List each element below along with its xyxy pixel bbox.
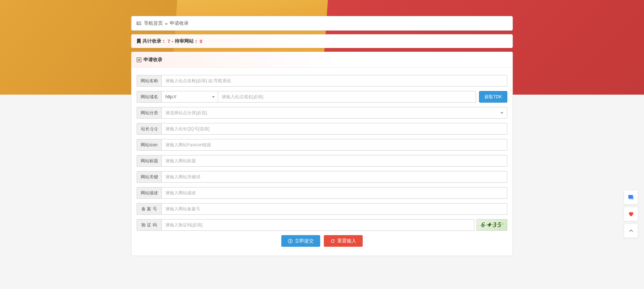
feedback-button[interactable] <box>624 190 638 205</box>
domain-input[interactable] <box>218 91 476 103</box>
plus-square-icon <box>137 58 141 62</box>
label-captcha: 验 证 码 <box>137 219 161 231</box>
description-input[interactable] <box>161 187 507 199</box>
stats-pending-label: 待审网站： <box>175 38 198 44</box>
category-select[interactable]: 请选择站点分类[必选] <box>161 107 507 119</box>
label-category: 网站分类 <box>137 107 161 119</box>
breadcrumb-current: 申请收录 <box>170 20 189 27</box>
stats-total-label: 共计收录： <box>142 38 166 44</box>
breadcrumb-separator: » <box>165 21 168 26</box>
stats-total-value: 7 <box>168 39 170 44</box>
reset-button[interactable]: 重置输入 <box>324 235 363 247</box>
submit-button[interactable]: 立即提交 <box>281 235 320 247</box>
submit-label: 立即提交 <box>295 238 314 244</box>
keywords-input[interactable] <box>161 171 507 183</box>
caret-down-icon <box>212 96 215 98</box>
stats-bar: 共计收录： 7 - 待审网站： 0 <box>131 34 513 48</box>
breadcrumb-home-link[interactable]: 导航首页 <box>144 20 163 27</box>
label-keywords: 网站关键 <box>137 171 161 183</box>
protocol-select[interactable]: http:// <box>161 91 218 103</box>
label-domain: 网站域名 <box>137 91 161 103</box>
scroll-top-button[interactable] <box>624 223 638 238</box>
form-panel: 申请收录 网站名称 网站域名 http:// 获取TDK 网站分类 请选择站点分… <box>131 52 513 256</box>
nav-icon <box>137 21 142 26</box>
qq-input[interactable] <box>161 123 507 135</box>
side-toolbar <box>624 190 638 238</box>
get-tdk-button[interactable]: 获取TDK <box>479 91 507 103</box>
label-title: 网站标题 <box>137 155 161 167</box>
reset-label: 重置输入 <box>337 238 356 244</box>
site-name-input[interactable] <box>161 75 507 87</box>
beian-input[interactable] <box>161 203 507 215</box>
chevron-up-icon <box>628 228 634 234</box>
stats-pending-value: 0 <box>200 39 202 44</box>
bookmark-icon <box>137 39 141 44</box>
favorite-button[interactable] <box>624 207 638 221</box>
label-description: 网站描述 <box>137 187 161 199</box>
label-beian: 备 案 号 <box>137 203 161 215</box>
label-icon: 网站icon <box>137 139 161 151</box>
icon-input[interactable] <box>161 139 507 151</box>
stats-separator: - <box>172 39 173 44</box>
label-qq: 站长ＱＱ <box>137 123 161 135</box>
label-site-name: 网站名称 <box>137 75 161 87</box>
caret-down-icon <box>500 112 503 114</box>
heart-icon <box>628 211 634 217</box>
breadcrumb: 导航首页 » 申请收录 <box>131 16 513 31</box>
svg-rect-0 <box>137 21 137 25</box>
form-panel-header: 申请收录 <box>132 52 512 68</box>
form-title: 申请收录 <box>144 56 162 63</box>
send-icon <box>288 239 293 244</box>
protocol-value: http:// <box>165 94 176 99</box>
captcha-input[interactable] <box>161 219 474 231</box>
category-placeholder: 请选择站点分类[必选] <box>165 110 207 116</box>
title-input[interactable] <box>161 155 507 167</box>
refresh-icon <box>330 239 335 244</box>
captcha-image[interactable]: 6✦35 <box>476 219 507 231</box>
chat-icon <box>628 194 634 201</box>
